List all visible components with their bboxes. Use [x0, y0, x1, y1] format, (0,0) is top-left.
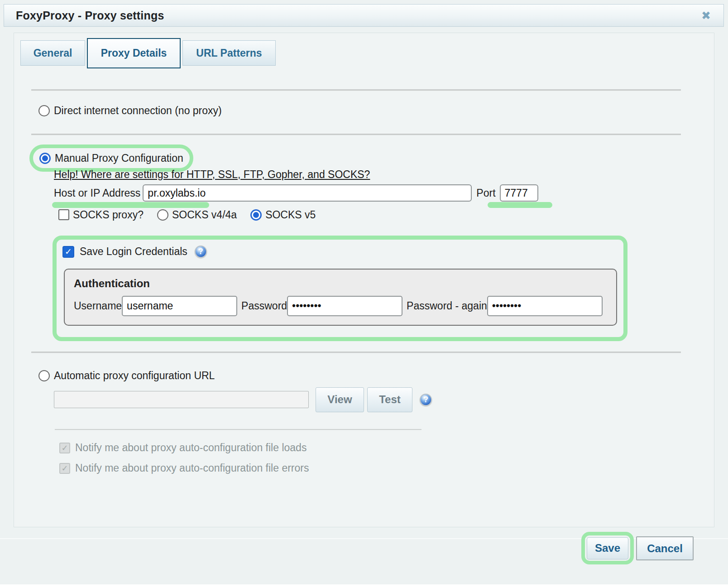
close-icon[interactable]: ✖: [701, 10, 711, 21]
username-input[interactable]: [122, 296, 237, 316]
divider: [31, 134, 681, 135]
tab-proxy-details[interactable]: Proxy Details: [87, 38, 181, 68]
check-icon: ✓: [61, 464, 68, 472]
save-credentials-row: ✓ Save Login Credentials ?: [62, 246, 207, 258]
notify-errors-label: Notify me about proxy auto-configuration…: [75, 462, 309, 474]
save-credentials-label: Save Login Credentials: [80, 246, 187, 258]
check-icon: ✓: [61, 444, 68, 452]
bottom-strip: [0, 584, 728, 588]
direct-connection-option: Direct internet connection (no proxy): [38, 105, 222, 117]
notify-errors-row: ✓ Notify me about proxy auto-configurati…: [59, 462, 309, 474]
authentication-fields: Username Password Password - again: [74, 296, 616, 316]
proxy-settings-panel: General Proxy Details URL Patterns Direc…: [14, 33, 714, 527]
socks-v4-radio[interactable]: [157, 209, 168, 221]
pac-url-row: View Test ?: [54, 387, 432, 412]
password-again-input[interactable]: [487, 296, 603, 316]
username-label: Username: [74, 300, 122, 312]
host-input[interactable]: [143, 184, 472, 202]
cancel-button[interactable]: Cancel: [636, 536, 694, 560]
automatic-proxy-option: Automatic proxy configuration URL: [38, 370, 215, 382]
tab-general[interactable]: General: [20, 40, 85, 66]
manual-proxy-radio[interactable]: [39, 153, 51, 164]
divider: [55, 429, 421, 430]
notify-loads-label: Notify me about proxy auto-configuration…: [75, 442, 307, 454]
divider: [31, 352, 681, 353]
save-button-highlight: Save: [581, 532, 634, 564]
socks-v5-label: SOCKS v5: [265, 209, 316, 221]
automatic-proxy-label: Automatic proxy configuration URL: [54, 370, 215, 382]
notify-errors-checkbox[interactable]: ✓: [59, 463, 70, 474]
authentication-heading: Authentication: [74, 277, 616, 290]
port-field-highlight: [488, 202, 552, 208]
port-input[interactable]: [500, 184, 538, 202]
settings-help-link[interactable]: Help! Where are settings for HTTP, SSL, …: [54, 169, 370, 181]
manual-proxy-label: Manual Proxy Configuration: [55, 152, 183, 164]
socks-v4-label: SOCKS v4/4a: [172, 209, 237, 221]
pac-url-input[interactable]: [54, 391, 309, 408]
direct-connection-label: Direct internet connection (no proxy): [54, 105, 222, 117]
credentials-help-icon[interactable]: ?: [195, 246, 207, 258]
socks-v5-radio[interactable]: [250, 209, 262, 221]
pac-help-icon[interactable]: ?: [420, 394, 432, 406]
save-credentials-checkbox[interactable]: ✓: [62, 246, 74, 258]
password-input[interactable]: [287, 296, 402, 316]
dialog-title: FoxyProxy - Proxy settings: [16, 9, 164, 22]
credentials-highlight: ✓ Save Login Credentials ? Authenticatio…: [53, 236, 627, 341]
socks-proxy-checkbox[interactable]: [58, 209, 69, 220]
notify-loads-row: ✓ Notify me about proxy auto-configurati…: [59, 442, 307, 454]
divider: [31, 89, 681, 91]
dialog-titlebar: FoxyProxy - Proxy settings ✖: [4, 4, 724, 27]
manual-proxy-highlight: Manual Proxy Configuration: [29, 145, 193, 172]
automatic-proxy-radio[interactable]: [38, 370, 50, 381]
check-icon: ✓: [65, 247, 72, 256]
direct-connection-radio[interactable]: [38, 105, 50, 116]
host-label: Host or IP Address: [54, 187, 140, 199]
tab-url-patterns[interactable]: URL Patterns: [182, 40, 276, 66]
socks-options-row: SOCKS proxy? SOCKS v4/4a SOCKS v5: [58, 208, 316, 222]
notify-loads-checkbox[interactable]: ✓: [59, 443, 70, 453]
password-again-label: Password - again: [407, 300, 487, 312]
host-field-highlight: [52, 202, 209, 208]
password-label: Password: [241, 300, 287, 312]
port-label: Port: [476, 187, 495, 199]
view-button[interactable]: View: [316, 387, 364, 412]
host-port-row: Host or IP Address Port: [54, 184, 538, 202]
save-button[interactable]: Save: [587, 537, 628, 559]
test-button[interactable]: Test: [367, 387, 412, 412]
socks-proxy-label: SOCKS proxy?: [73, 209, 144, 221]
authentication-panel: Authentication Username Password Passwor…: [64, 269, 617, 326]
